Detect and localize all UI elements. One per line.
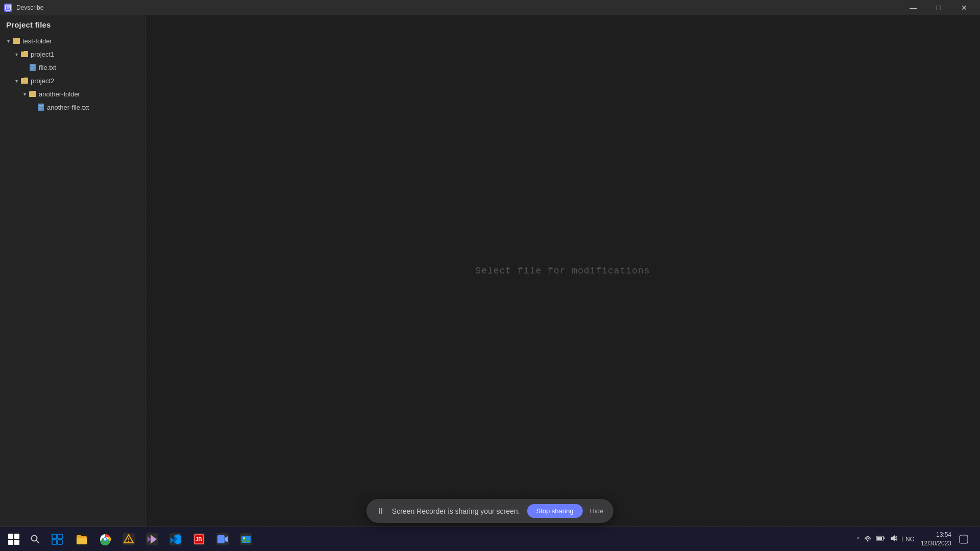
battery-icon bbox=[876, 535, 885, 543]
tray-time: 13:54 bbox=[921, 531, 951, 539]
hide-button[interactable]: Hide bbox=[590, 507, 603, 515]
file-tree: test-folder project1 bbox=[0, 33, 145, 527]
tree-item-project1[interactable]: project1 bbox=[0, 47, 145, 61]
svg-rect-16 bbox=[52, 540, 57, 544]
app-title: Devscribe bbox=[16, 4, 43, 11]
svg-point-20 bbox=[104, 538, 107, 540]
tree-arrow-project2 bbox=[12, 77, 20, 85]
file-icon-another-file-txt bbox=[37, 103, 45, 111]
tree-label-project2: project2 bbox=[31, 77, 54, 85]
folder-icon-another-folder bbox=[29, 90, 37, 98]
file-icon-file-txt bbox=[29, 63, 37, 71]
title-bar-left: Devscribe bbox=[4, 4, 43, 12]
tree-arrow-another-folder bbox=[20, 90, 29, 98]
app-icon bbox=[4, 4, 12, 12]
tree-label-test-folder: test-folder bbox=[22, 37, 52, 45]
taskbar-sketch[interactable] bbox=[117, 528, 140, 550]
taskbar-apps: JB bbox=[70, 528, 257, 550]
svg-rect-27 bbox=[217, 535, 225, 543]
tree-item-another-file-txt[interactable]: another-file.txt bbox=[0, 101, 145, 114]
start-button[interactable] bbox=[3, 529, 24, 550]
taskbar-jetbrains[interactable]: JB bbox=[188, 528, 210, 550]
volume-icon bbox=[889, 534, 897, 544]
svg-rect-8 bbox=[38, 104, 44, 111]
screen-share-icon: ⏸ bbox=[377, 507, 385, 516]
photos-icon bbox=[240, 533, 252, 545]
folder-icon-project2 bbox=[20, 77, 29, 85]
tree-item-another-folder[interactable]: another-folder bbox=[0, 87, 145, 101]
taskbar-search-button[interactable] bbox=[24, 529, 46, 550]
svg-point-23 bbox=[128, 541, 129, 542]
tree-label-another-folder: another-folder bbox=[39, 90, 80, 98]
editor-placeholder: Select file for modifications bbox=[475, 266, 650, 276]
svg-rect-15 bbox=[58, 534, 62, 539]
editor-area: Select file for modifications bbox=[145, 15, 980, 527]
tree-item-file-txt[interactable]: file.txt bbox=[0, 61, 145, 74]
tree-item-test-folder[interactable]: test-folder bbox=[0, 34, 145, 47]
svg-rect-34 bbox=[884, 537, 885, 539]
stop-sharing-button[interactable]: Stop sharing bbox=[527, 504, 582, 518]
sketch-icon bbox=[122, 533, 135, 545]
explorer-icon bbox=[76, 533, 88, 545]
close-button[interactable]: ✕ bbox=[952, 0, 976, 15]
svg-rect-36 bbox=[960, 535, 968, 543]
tree-arrow-project1 bbox=[12, 50, 20, 58]
folder-icon-project1 bbox=[20, 50, 29, 58]
svg-point-31 bbox=[867, 540, 868, 542]
app-content: Project files test-folder bbox=[0, 15, 980, 527]
network-icon bbox=[864, 534, 872, 544]
folder-icon-test-folder bbox=[12, 37, 20, 45]
taskbar-screen-recorder[interactable] bbox=[211, 528, 234, 550]
task-view-icon bbox=[51, 533, 63, 545]
tree-arrow-test-folder bbox=[4, 37, 12, 45]
tree-label-project1: project1 bbox=[31, 51, 54, 58]
svg-marker-28 bbox=[225, 536, 228, 542]
svg-rect-33 bbox=[877, 537, 882, 540]
screen-recorder-icon bbox=[216, 533, 229, 545]
taskbar-vs[interactable] bbox=[141, 528, 163, 550]
taskbar-tray: ^ bbox=[857, 530, 977, 548]
notification-center-button[interactable] bbox=[954, 530, 973, 548]
svg-rect-17 bbox=[58, 540, 62, 544]
tree-item-project2[interactable]: project2 bbox=[0, 74, 145, 87]
maximize-button[interactable]: □ bbox=[927, 0, 950, 15]
screen-share-bar: ⏸ Screen Recorder is sharing your screen… bbox=[366, 499, 614, 523]
title-bar: Devscribe — □ ✕ bbox=[0, 0, 980, 15]
tree-label-file-txt: file.txt bbox=[39, 64, 56, 71]
jetbrains-icon: JB bbox=[193, 533, 205, 545]
svg-marker-35 bbox=[891, 535, 895, 541]
title-bar-controls: — □ ✕ bbox=[901, 0, 976, 15]
tray-icons: ^ bbox=[857, 534, 915, 544]
vs-icon bbox=[146, 533, 158, 545]
vscode-icon bbox=[169, 533, 182, 545]
tray-chevron[interactable]: ^ bbox=[857, 536, 860, 542]
svg-rect-14 bbox=[52, 534, 57, 539]
svg-text:JB: JB bbox=[195, 537, 202, 542]
taskbar-vscode[interactable] bbox=[164, 528, 187, 550]
svg-rect-4 bbox=[30, 64, 36, 71]
tree-label-another-file-txt: another-file.txt bbox=[47, 104, 89, 111]
windows-icon bbox=[8, 534, 19, 545]
language-indicator[interactable]: ENG bbox=[901, 536, 915, 543]
sidebar-header: Project files bbox=[0, 15, 145, 33]
taskbar-chrome[interactable] bbox=[94, 528, 116, 550]
tray-date: 12/30/2023 bbox=[921, 539, 951, 548]
screen-share-message: Screen Recorder is sharing your screen. bbox=[392, 507, 520, 515]
svg-line-13 bbox=[36, 540, 39, 543]
taskbar: JB ^ bbox=[0, 527, 980, 551]
sidebar: Project files test-folder bbox=[0, 15, 145, 527]
minimize-button[interactable]: — bbox=[901, 0, 925, 15]
chrome-icon bbox=[99, 533, 111, 545]
taskbar-photos[interactable] bbox=[235, 528, 257, 550]
tray-datetime[interactable]: 13:54 12/30/2023 bbox=[921, 531, 951, 548]
taskbar-task-view[interactable] bbox=[46, 528, 68, 550]
taskbar-explorer[interactable] bbox=[70, 528, 93, 550]
